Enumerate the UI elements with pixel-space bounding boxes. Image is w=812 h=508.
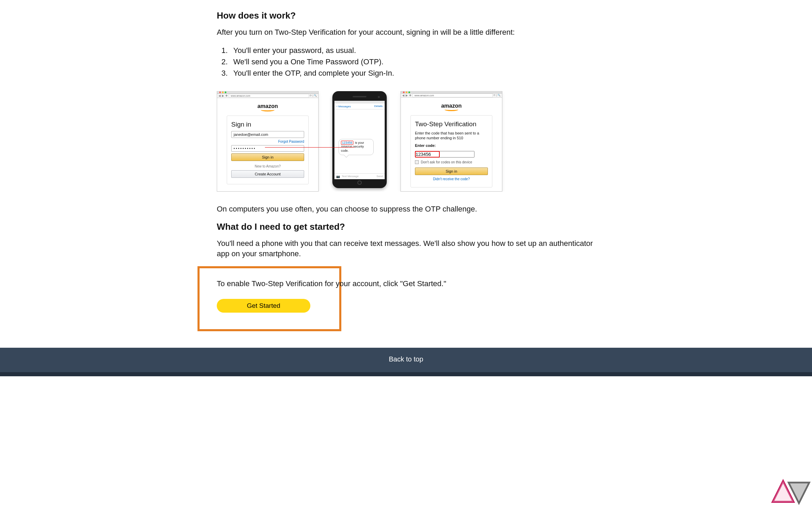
dont-ask-checkbox: Don't ask for codes on this device [415, 160, 488, 164]
create-account-button: Create Account [231, 170, 304, 178]
address-bar: ◀ ▶ ✚ www.amazon.com ⟳ | 🔍 [217, 94, 318, 98]
highlight-box: To enable Two-Step Verification for your… [197, 266, 341, 331]
suppress-text: On computers you use often, you can choo… [217, 204, 595, 215]
nav-arrows-icon: ◀ ▶ ✚ [402, 94, 412, 97]
new-to-amazon-text: New to Amazon? [231, 164, 304, 168]
back-to-top-button[interactable]: Back to top [0, 348, 812, 376]
resend-code-link: Didn't receive the code? [415, 177, 488, 181]
get-started-heading: What do I need to get started? [217, 221, 595, 232]
code-input [415, 151, 474, 158]
requirements-text: You'll need a phone with you that can re… [217, 238, 595, 260]
enter-code-label: Enter code: [415, 143, 488, 148]
message-input-bar: 📷 Text Message Send [334, 173, 385, 179]
checkbox-icon [415, 160, 419, 164]
step-item: We'll send you a One Time Password (OTP)… [230, 56, 595, 67]
url-text: www.amazon.com [229, 94, 309, 98]
signin-button: Sign in [231, 153, 304, 161]
address-bar: ◀ ▶ ✚ www.amazon.com ⟳ | 🔍 [401, 93, 502, 98]
zoom-dot-icon [225, 91, 226, 93]
messages-navbar: ‹ Messages Details [334, 104, 385, 109]
status-bar [334, 101, 385, 104]
camera-icon [378, 96, 380, 98]
how-it-works-heading: How does it work? [217, 10, 595, 21]
nav-arrows-icon: ◀ ▶ ✚ [218, 94, 228, 97]
twostep-subtitle: Enter the code that has been sent to a p… [415, 131, 488, 141]
step-item: You'll enter the OTP, and complete your … [230, 67, 595, 79]
details-link: Details [374, 105, 383, 108]
twostep-title: Two-Step Verification [415, 120, 488, 128]
password-field: •••••••••• [231, 145, 304, 152]
send-label: Send [376, 175, 383, 178]
intro-text: After you turn on Two-Step Verification … [217, 27, 595, 38]
checkbox-label: Don't ask for codes on this device [421, 160, 472, 164]
minimize-dot-icon [222, 91, 224, 93]
forgot-password-link: Forgot Password [231, 140, 304, 143]
close-dot-icon [219, 91, 221, 93]
signin-browser-mock: ◀ ▶ ✚ www.amazon.com ⟳ | 🔍 amazon Sign i… [217, 91, 319, 192]
twostep-browser-mock: ◀ ▶ ✚ www.amazon.com ⟳ | 🔍 amazon Two-St… [400, 91, 502, 192]
get-started-button[interactable]: Get Started [217, 299, 310, 313]
camera-icon: 📷 [336, 175, 340, 178]
illustration-row: ◀ ▶ ✚ www.amazon.com ⟳ | 🔍 amazon Sign i… [217, 91, 595, 192]
steps-list: You'll enter your password, as usual. We… [217, 45, 595, 79]
back-button: ‹ Messages [336, 105, 351, 108]
signin-button: Sign in [415, 167, 488, 175]
sms-code-highlight: 123456 [341, 141, 353, 145]
amazon-logo: amazon [441, 103, 462, 111]
url-text: www.amazon.com [413, 94, 493, 97]
phone-mock: ‹ Messages Details 123456 is your Amazon… [332, 91, 387, 188]
signin-title: Sign in [231, 121, 304, 128]
reload-icon: ⟳ | 🔍 [310, 94, 317, 97]
connector-line [265, 147, 354, 148]
enable-text: To enable Two-Step Verification for your… [217, 279, 322, 289]
home-button-icon [357, 181, 362, 185]
text-message-placeholder: Text Message [342, 175, 375, 178]
step-item: You'll enter your password, as usual. [230, 45, 595, 56]
amazon-logo: amazon [257, 103, 278, 111]
email-field: janedoe@email.com [231, 131, 304, 138]
reload-icon: ⟳ | 🔍 [493, 94, 501, 97]
